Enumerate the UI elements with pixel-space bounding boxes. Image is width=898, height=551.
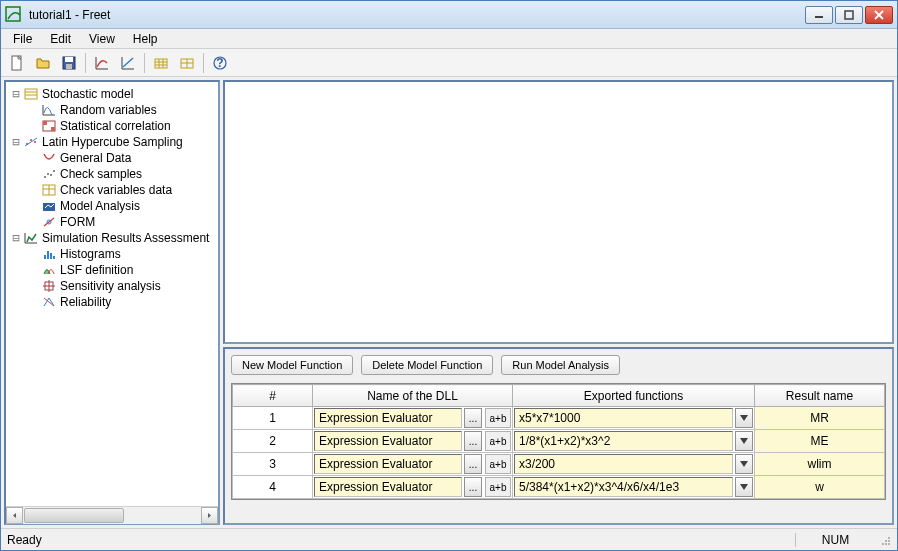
function-dropdown-button[interactable] (735, 431, 753, 451)
scroll-thumb[interactable] (24, 508, 124, 523)
tree-label: LSF definition (58, 262, 133, 278)
function-expression-field[interactable]: x5*x7*1000 (514, 408, 733, 428)
collapse-icon[interactable]: ⊟ (10, 230, 22, 246)
function-expression-field[interactable]: x3/200 (514, 454, 733, 474)
header-number[interactable]: # (233, 385, 313, 407)
grid1-icon[interactable] (149, 51, 173, 75)
tree-node-histograms[interactable]: Histograms (8, 246, 216, 262)
function-expression-field[interactable]: 5/384*(x1+x2)*x3^4/x6/x4/1e3 (514, 477, 733, 497)
scroll-left-icon[interactable] (6, 507, 23, 524)
menu-bar: File Edit View Help (1, 29, 897, 49)
new-model-function-button[interactable]: New Model Function (231, 355, 353, 375)
form-icon (40, 215, 58, 229)
tree-panel: ⊟ Stochastic model Random variables Stat… (4, 80, 220, 525)
header-result[interactable]: Result name (755, 385, 885, 407)
cell-result[interactable]: wlim (755, 453, 885, 476)
scroll-track[interactable] (23, 507, 201, 524)
tree-node-check-samples[interactable]: Check samples (8, 166, 216, 182)
tree-label: Check samples (58, 166, 142, 182)
dll-browse-button[interactable]: ... (464, 477, 482, 497)
help-icon[interactable]: ? (208, 51, 232, 75)
function-expression-field[interactable]: 1/8*(x1+x2)*x3^2 (514, 431, 733, 451)
tree-node-lsf[interactable]: LSF definition (8, 262, 216, 278)
run-model-analysis-button[interactable]: Run Model Analysis (501, 355, 620, 375)
app-window: tutorial1 - Freet File Edit View Help ? (0, 0, 898, 551)
dll-name-field[interactable]: Expression Evaluator (314, 408, 462, 428)
cell-function: x5*x7*1000 (513, 407, 755, 430)
cell-result[interactable]: ME (755, 430, 885, 453)
tree-node-stat-corr[interactable]: Statistical correlation (8, 118, 216, 134)
table-row[interactable]: 1Expression Evaluator...a+bx5*x7*1000MR (233, 407, 885, 430)
svg-point-45 (885, 540, 887, 542)
tree-node-random-vars[interactable]: Random variables (8, 102, 216, 118)
header-dll[interactable]: Name of the DLL (313, 385, 513, 407)
table-row[interactable]: 3Expression Evaluator...a+bx3/200wlim (233, 453, 885, 476)
header-functions[interactable]: Exported functions (513, 385, 755, 407)
menu-file[interactable]: File (5, 30, 40, 48)
tree-node-general-data[interactable]: General Data (8, 150, 216, 166)
menu-view[interactable]: View (81, 30, 123, 48)
cell-function: 1/8*(x1+x2)*x3^2 (513, 430, 755, 453)
reliability-icon (40, 295, 58, 309)
chart-slope-icon[interactable] (116, 51, 140, 75)
save-file-icon[interactable] (57, 51, 81, 75)
dll-browse-button[interactable]: ... (464, 431, 482, 451)
function-dropdown-button[interactable] (735, 408, 753, 428)
sensitivity-icon (40, 279, 58, 293)
close-button[interactable] (865, 6, 893, 24)
cell-dll: Expression Evaluator...a+b (313, 453, 513, 476)
svg-rect-38 (47, 251, 49, 259)
collapse-icon[interactable]: ⊟ (10, 134, 22, 150)
grid2-icon[interactable] (175, 51, 199, 75)
dll-name-field[interactable]: Expression Evaluator (314, 454, 462, 474)
delete-model-function-button[interactable]: Delete Model Function (361, 355, 493, 375)
cell-function: 5/384*(x1+x2)*x3^4/x6/x4/1e3 (513, 476, 755, 499)
matrix-icon (40, 119, 58, 133)
tree-node-model-analysis[interactable]: Model Analysis (8, 198, 216, 214)
minimize-button[interactable] (805, 6, 833, 24)
tree-label: General Data (58, 150, 131, 166)
horizontal-scrollbar[interactable] (6, 506, 218, 523)
open-file-icon[interactable] (31, 51, 55, 75)
cell-dll: Expression Evaluator...a+b (313, 476, 513, 499)
menu-help[interactable]: Help (125, 30, 166, 48)
svg-rect-40 (53, 256, 55, 259)
analysis-icon (40, 199, 58, 213)
cell-number: 4 (233, 476, 313, 499)
app-icon (5, 6, 23, 24)
function-dropdown-button[interactable] (735, 477, 753, 497)
table-row[interactable]: 4Expression Evaluator...a+b5/384*(x1+x2)… (233, 476, 885, 499)
new-file-icon[interactable] (5, 51, 29, 75)
tree-label: Histograms (58, 246, 121, 262)
collapse-icon[interactable]: ⊟ (10, 86, 22, 102)
tree-node-sensitivity[interactable]: Sensitivity analysis (8, 278, 216, 294)
cell-number: 1 (233, 407, 313, 430)
tree-label: Sensitivity analysis (58, 278, 161, 294)
dll-browse-button[interactable]: ... (464, 454, 482, 474)
cell-result[interactable]: MR (755, 407, 885, 430)
model-functions-panel: New Model Function Delete Model Function… (223, 347, 894, 525)
dll-browse-button[interactable]: ... (464, 408, 482, 428)
content-panel: New Model Function Delete Model Function… (223, 80, 894, 525)
tree-node-check-vars-data[interactable]: Check variables data (8, 182, 216, 198)
tree-node-sim-results[interactable]: ⊟ Simulation Results Assessment (8, 230, 216, 246)
dots-icon (40, 167, 58, 181)
status-numlock: NUM (795, 533, 875, 547)
chart-curve-icon[interactable] (90, 51, 114, 75)
table-row[interactable]: 2Expression Evaluator...a+b1/8*(x1+x2)*x… (233, 430, 885, 453)
window-controls (805, 6, 893, 24)
maximize-button[interactable] (835, 6, 863, 24)
tree-node-lhs[interactable]: ⊟ Latin Hypercube Sampling (8, 134, 216, 150)
title-bar: tutorial1 - Freet (1, 1, 897, 29)
function-dropdown-button[interactable] (735, 454, 753, 474)
dll-name-field[interactable]: Expression Evaluator (314, 431, 462, 451)
tree-node-form[interactable]: FORM (8, 214, 216, 230)
dll-name-field[interactable]: Expression Evaluator (314, 477, 462, 497)
menu-edit[interactable]: Edit (42, 30, 79, 48)
resize-grip-icon[interactable] (875, 534, 891, 546)
cell-result[interactable]: w (755, 476, 885, 499)
tree-node-stochastic[interactable]: ⊟ Stochastic model (8, 86, 216, 102)
tree-node-reliability[interactable]: Reliability (8, 294, 216, 310)
scroll-right-icon[interactable] (201, 507, 218, 524)
toolbar-separator (203, 53, 204, 73)
